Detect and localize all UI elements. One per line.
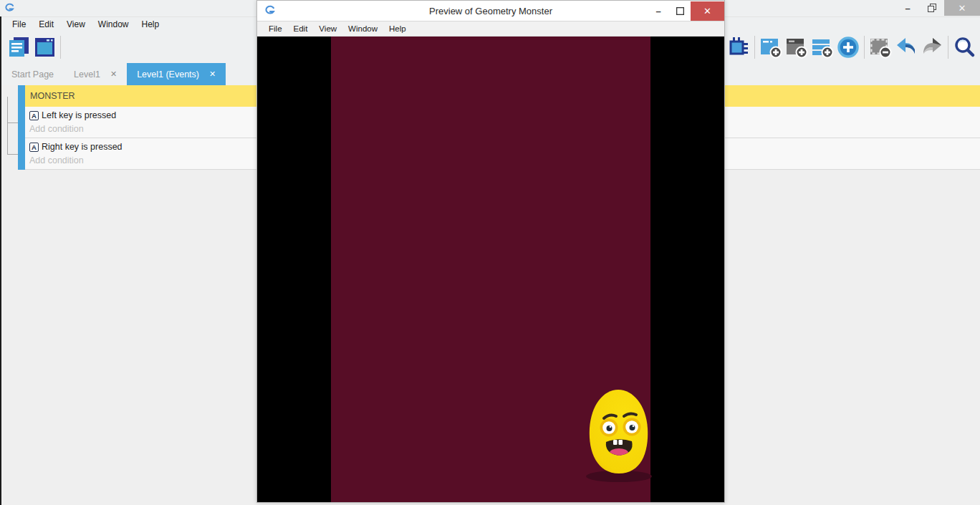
toolbar-separator [60,36,61,59]
toolbar-left-group [6,34,64,60]
tab-close-icon[interactable]: ✕ [209,69,216,79]
preview-title-bar[interactable]: Preview of Geometry Monster – ✕ [257,1,724,21]
menu-window[interactable]: Window [92,18,135,31]
condition-text: Left key is pressed [42,110,116,120]
menu-help[interactable]: Help [383,23,412,34]
event-drag-bar[interactable] [18,107,25,138]
toolbar-separator [864,36,865,59]
menu-file[interactable]: File [6,18,32,31]
menu-view[interactable]: View [60,18,92,31]
tab-label: Level1 [74,69,100,80]
window-left-border [0,16,1,505]
tab-level1-events[interactable]: Level1 (Events) ✕ [127,63,226,85]
gdevelop-logo-icon [5,2,14,15]
add-circle-icon[interactable] [835,34,861,60]
main-window-controls: – ✕ [895,0,980,16]
project-manager-icon[interactable] [6,34,32,60]
debugger-icon[interactable] [726,34,751,60]
event-drag-bar[interactable] [18,138,25,170]
condition-text: Right key is pressed [42,142,123,152]
monster-sprite [582,387,655,486]
tab-start-page[interactable]: Start Page [1,63,64,85]
event-drag-bar[interactable] [18,85,25,107]
event-tree-branch [7,154,18,155]
comment-text: MONSTER [25,91,75,101]
preview-menu-bar: File Edit View Window Help [257,21,724,37]
menu-view[interactable]: View [313,23,342,34]
keyboard-key-icon: A [29,111,39,120]
keyboard-key-icon: A [29,143,39,152]
menu-edit[interactable]: Edit [288,23,314,34]
restore-button[interactable] [920,0,944,16]
minimize-button[interactable]: – [648,1,669,21]
menu-edit[interactable]: Edit [32,18,60,31]
toolbar-right-group [726,34,977,60]
tab-close-icon[interactable]: ✕ [110,69,117,79]
scene-editor-icon[interactable] [32,34,57,60]
tab-label: Start Page [11,69,54,80]
event-tree-line [7,97,8,155]
toolbar-separator [948,36,948,59]
search-icon[interactable] [951,34,977,60]
delete-event-icon[interactable] [868,34,893,60]
tab-label: Level1 (Events) [137,69,199,80]
close-button[interactable]: ✕ [691,1,724,21]
close-button[interactable]: ✕ [944,0,980,16]
redo-icon[interactable] [919,34,945,60]
toolbar-separator [754,36,755,59]
minimize-button[interactable]: – [895,0,920,16]
add-comment-icon[interactable] [810,34,835,60]
menu-window[interactable]: Window [342,23,383,34]
tab-level1[interactable]: Level1 ✕ [64,63,127,85]
add-subevent-icon[interactable] [784,34,810,60]
menu-help[interactable]: Help [135,18,166,31]
preview-window: Preview of Geometry Monster – ✕ File Edi… [256,0,725,503]
menu-file[interactable]: File [263,23,288,34]
game-canvas[interactable] [257,37,724,502]
event-tree-branch [7,122,18,123]
undo-icon[interactable] [893,34,919,60]
preview-window-controls: – ✕ [648,1,724,21]
add-event-icon[interactable] [758,34,784,60]
maximize-button[interactable] [669,1,691,21]
